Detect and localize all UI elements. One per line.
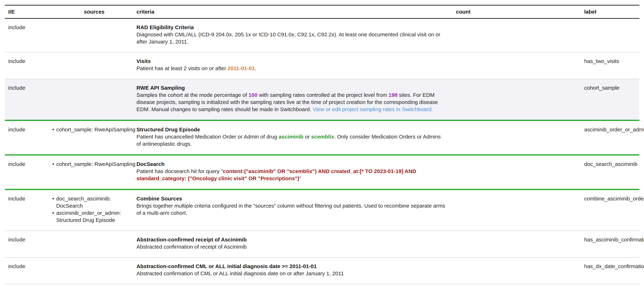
criteria-description: Samples the cohort at the mode percentag… <box>136 91 446 113</box>
criteria-cell: Visits Patient has at least 2 visits on … <box>136 58 456 72</box>
criteria-table: I/E sources criteria count label include… <box>5 5 639 286</box>
text-segment: Abstracted confirmation of CML or ALL in… <box>136 271 344 276</box>
criteria-description: Abstracted confirmation of CML or ALL in… <box>136 270 446 277</box>
criteria-description: Diagnosed with CML/ALL (ICD-9 204.0x, 20… <box>136 31 446 45</box>
text-segment: " <box>299 175 301 181</box>
sources-list: doc_search_asciminib: DocSearchasciminib… <box>52 195 136 224</box>
criteria-cell: Abstraction-confirmed CML or ALL initial… <box>136 263 456 277</box>
text-segment: 2011-01-01 <box>228 65 255 71</box>
label-cell: has_dx_date_confirmation <box>584 263 639 270</box>
col-header-count: count <box>456 8 584 15</box>
criteria-description: Patient has docsearch hit for query "con… <box>136 168 446 182</box>
ie-cell: include <box>5 84 52 91</box>
criteria-title: Combine Sources <box>136 195 446 202</box>
table-row: include Visits Patient has at least 2 vi… <box>5 53 639 79</box>
label-cell: asciminib_order_or_admin <box>584 126 639 133</box>
criteria-title: RWE API Sampling <box>136 84 446 91</box>
text-segment: Patient has at least 2 visits on or afte… <box>136 65 228 71</box>
sources-list: cohort_sample: RweApiSampling <box>52 126 136 133</box>
source-item: cohort_sample: RweApiSampling <box>52 126 136 133</box>
criteria-description: Patient has uncancelled Medication Order… <box>136 133 446 147</box>
text-segment: Patient has docsearch hit for query " <box>136 168 223 174</box>
ie-cell: include <box>5 161 52 168</box>
text-segment: 198 <box>388 92 398 98</box>
text-segment: Diagnosed with CML/ALL (ICD-9 204.0x, 20… <box>136 31 440 44</box>
criteria-description: Abstracted confirmation of receipt of As… <box>136 243 446 250</box>
sources-list: cohort_sample: RweApiSampling <box>52 161 136 168</box>
source-item: doc_search_asciminib: DocSearch <box>52 195 136 209</box>
criteria-description: Patient has at least 2 visits on or afte… <box>136 65 446 72</box>
table-row: include Abstraction-confirmed receipt of… <box>5 231 639 258</box>
criteria-title: DocSearch <box>136 161 446 168</box>
label-cell: doc_search_asciminib <box>584 161 639 168</box>
table-row: include Abstraction-confirmed CML or ALL… <box>5 258 639 285</box>
table-row: include doc_search_asciminib: DocSearcha… <box>5 190 639 231</box>
criteria-title: Visits <box>136 58 446 65</box>
table-row: include cohort_sample: RweApiSampling Do… <box>5 156 639 190</box>
text-segment: . <box>255 65 256 71</box>
ie-cell: include <box>5 236 52 243</box>
sources-cell: cohort_sample: RweApiSampling <box>52 126 136 133</box>
switchboard-link[interactable]: View or edit project sampling rates in S… <box>313 106 433 112</box>
criteria-cell: Structured Drug Episode Patient has unca… <box>136 126 456 147</box>
criteria-cell: RAD Eligibility Criteria Diagnosed with … <box>136 24 456 45</box>
label-cell: cohort_sample <box>584 84 639 91</box>
table-header: I/E sources criteria count label <box>5 5 639 19</box>
ie-cell: include <box>5 126 52 133</box>
source-item: asciminib_order_or_admin: Structured Dru… <box>52 209 136 224</box>
text-segment: or <box>303 134 311 140</box>
label-cell: has_two_visits <box>584 58 639 65</box>
criteria-cell: DocSearch Patient has docsearch hit for … <box>136 161 456 182</box>
label-cell: has_asciminib_confirmation <box>584 236 639 243</box>
text-segment: Patient has uncancelled Medication Order… <box>136 134 279 140</box>
criteria-cell: Abstraction-confirmed receipt of Ascinim… <box>136 236 456 250</box>
col-header-label: label <box>584 8 639 15</box>
criteria-title: Structured Drug Episode <box>136 126 446 133</box>
text-segment: asciminib <box>279 134 303 140</box>
col-header-ie: I/E <box>5 8 52 15</box>
ie-cell: include <box>5 58 52 65</box>
ie-cell: include <box>5 195 52 202</box>
table-body: include RAD Eligibility Criteria Diagnos… <box>5 19 639 286</box>
text-segment: Brings together multiple criteria config… <box>136 203 445 216</box>
table-row: include cohort_sample: RweApiSampling St… <box>5 121 639 156</box>
sources-cell: cohort_sample: RweApiSampling <box>52 161 136 168</box>
table-row: include Abstraction-confirmed diagnosis … <box>5 285 639 286</box>
table-row: include RWE API Sampling Samples the coh… <box>5 79 639 121</box>
label-cell: combine_asciminib_order_or_ <box>584 195 639 202</box>
col-header-sources: sources <box>52 8 136 15</box>
criteria-title: RAD Eligibility Criteria <box>136 24 446 31</box>
text-segment: Samples the cohort at the mode percentag… <box>136 92 248 98</box>
criteria-cell: RWE API Sampling Samples the cohort at t… <box>136 84 456 113</box>
col-header-criteria: criteria <box>136 8 456 15</box>
text-segment: 100 <box>248 92 257 98</box>
criteria-description: Brings together multiple criteria config… <box>136 202 446 217</box>
ie-cell: include <box>5 24 52 31</box>
criteria-title: Abstraction-confirmed CML or ALL initial… <box>136 263 446 270</box>
criteria-title: Abstraction-confirmed receipt of Ascinim… <box>136 236 446 243</box>
text-segment: with sampling rates controlled at the pr… <box>257 92 388 98</box>
table-row: include RAD Eligibility Criteria Diagnos… <box>5 19 639 53</box>
text-segment: scemblix <box>311 134 334 140</box>
sources-cell: doc_search_asciminib: DocSearchasciminib… <box>52 195 136 224</box>
ie-cell: include <box>5 263 52 270</box>
criteria-cell: Combine Sources Brings together multiple… <box>136 195 456 217</box>
text-segment: Abstracted confirmation of receipt of As… <box>136 244 246 250</box>
source-item: cohort_sample: RweApiSampling <box>52 161 136 168</box>
